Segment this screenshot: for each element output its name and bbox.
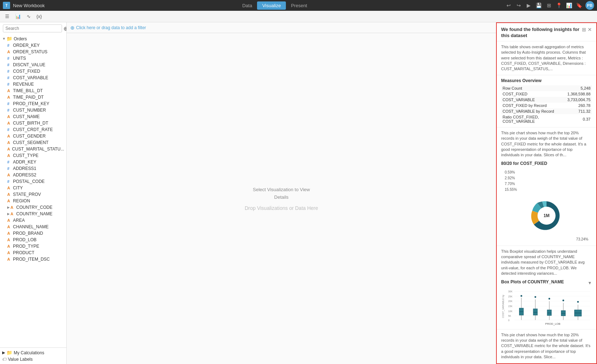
text-icon: A — [7, 251, 12, 255]
grid-icon[interactable]: ⊞ — [545, 1, 553, 9]
filter-bar[interactable]: ⊕ Click here or drag data to add a filte… — [67, 22, 496, 33]
insights-description: This table shows overall aggregation of … — [497, 41, 596, 75]
item-label: PROD_LOB — [13, 237, 36, 242]
map-pin-icon[interactable]: 📍 — [555, 1, 563, 9]
top-bar-right: ↩ ↪ ▶ 💾 ⊞ 📍 📊 🔖 PB — [505, 1, 594, 10]
play-icon[interactable]: ▶ — [525, 1, 533, 9]
list-item[interactable]: #COST_VARIABLE — [0, 75, 66, 81]
add-icon[interactable]: ⊕ — [63, 25, 67, 32]
list-item[interactable]: #POSTAL_CODE — [0, 178, 66, 185]
item-label: POSTAL_CODE — [13, 179, 45, 184]
boxplot-outlier — [535, 296, 536, 298]
text-icon: A — [7, 140, 12, 145]
nav-present[interactable]: Present — [286, 1, 312, 10]
filter-text: Click here or drag data to add a filter — [76, 25, 146, 30]
item-label: ADDR_KEY — [13, 159, 36, 165]
boxplot-section: This Boxplot visualization helps underst… — [497, 246, 596, 329]
text-icon: A — [7, 192, 12, 197]
save-icon[interactable]: 💾 — [535, 1, 543, 9]
list-item[interactable]: ▶ ACOUNTRY_CODE — [0, 204, 66, 211]
my-calculations-item[interactable]: ▶ 📁 My Calculations — [0, 349, 66, 356]
formula-button[interactable]: {x} — [34, 13, 44, 20]
hash-icon: # — [7, 108, 12, 112]
close-panel-icon[interactable]: ✕ — [588, 27, 592, 32]
item-label: DISCNT_VALUE — [13, 62, 45, 67]
item-label: COUNTRY_NAME — [16, 211, 52, 216]
nav-visualize[interactable]: Visualize — [257, 1, 286, 10]
grid-options-icon[interactable]: ⊞ — [582, 27, 586, 32]
list-item[interactable]: ACHANNEL_NAME — [0, 224, 66, 230]
bookmark-icon[interactable]: 🔖 — [575, 1, 583, 9]
list-item[interactable]: ACUST_SEGMENT — [0, 139, 66, 146]
list-item[interactable]: AREGION — [0, 198, 66, 204]
search-input[interactable] — [3, 24, 62, 32]
value-labels-item[interactable]: 🏷 Value Labels — [0, 356, 66, 363]
sidebar-tree: ▼ 📁 Orders #ORDER_KEY AORDER_STATUS #UNI… — [0, 35, 66, 347]
row-value: 5,248 — [566, 85, 592, 91]
hash-icon: # — [7, 102, 12, 106]
list-item[interactable]: ATIME_BILL_DT — [0, 87, 66, 94]
chart-type-button[interactable]: 📊 — [13, 13, 23, 20]
row-label: COST_VARIABLE by Record — [501, 108, 566, 114]
boxplot-header: Box Plots of COUNTRY_NAME ▼ — [501, 279, 592, 287]
measures-overview-section: Measures Overview Row Count5,248 COST_FI… — [497, 75, 596, 127]
list-item[interactable]: APRODUCT — [0, 250, 66, 256]
chart-icon[interactable]: 📊 — [565, 1, 573, 9]
list-item[interactable]: #DISCNT_VALUE — [0, 62, 66, 68]
list-item[interactable]: ACITY — [0, 185, 66, 191]
list-item[interactable]: #COST_FIXED — [0, 68, 66, 75]
boxplot-chart: COST_VARIABLE by 30K 25K 20K 15K 10K 5K … — [501, 287, 592, 326]
item-label: CHANNEL_NAME — [13, 224, 49, 229]
nav-data[interactable]: Data — [237, 1, 257, 10]
boxplot-dropdown-icon[interactable]: ▼ — [588, 280, 592, 286]
text-icon: A — [7, 50, 12, 54]
table-row: COST_FIXED by Record260.78 — [501, 103, 592, 108]
toolbar: ☰ 📊 ∿ {x} — [0, 11, 597, 22]
list-item[interactable]: APROD_ITEM_DSC — [0, 256, 66, 262]
list-item[interactable]: ACUST_MARITAL_STATU... — [0, 146, 66, 152]
redo-icon[interactable]: ↪ — [515, 1, 523, 9]
list-item[interactable]: AAREA — [0, 217, 66, 224]
text-icon: A — [7, 147, 10, 151]
list-item[interactable]: #ADDR_KEY — [0, 159, 66, 165]
y-tick: 10K — [508, 310, 513, 312]
insights-header: We found the following insights for this… — [497, 23, 596, 41]
list-item[interactable]: ACUST_NAME — [0, 113, 66, 120]
item-label: TIME_BILL_DT — [13, 88, 43, 93]
main-layout: ⊕ ▼ 📁 Orders #ORDER_KEY AORDER_STATUS #U… — [0, 22, 597, 364]
list-item[interactable]: ▶ ACOUNTRY_NAME — [0, 211, 66, 217]
folder-orders[interactable]: ▼ 📁 Orders — [0, 35, 66, 42]
list-item[interactable]: #PROD_ITEM_KEY — [0, 100, 66, 107]
undo-icon[interactable]: ↩ — [505, 1, 513, 9]
list-item[interactable]: #CUST_CRDT_RATE — [0, 126, 66, 133]
list-item[interactable]: #ORDER_KEY — [0, 42, 66, 49]
text-icon: A — [7, 218, 12, 223]
list-item[interactable]: #ADDRESS1 — [0, 165, 66, 172]
menu-button[interactable]: ☰ — [3, 13, 12, 20]
list-item[interactable]: ACUST_TYPE — [0, 152, 66, 159]
cost-variable-title: 80/20 for COST_VARIABLE — [501, 363, 592, 364]
item-label: CUST_TYPE — [13, 153, 39, 158]
user-avatar[interactable]: PB — [585, 1, 594, 10]
text-icon: A — [7, 121, 12, 125]
expand-icon: ▼ — [2, 37, 6, 41]
list-item[interactable]: AADDRESS2 — [0, 172, 66, 178]
list-item[interactable]: ASTATE_PROV — [0, 191, 66, 198]
text-icon: A — [7, 89, 12, 93]
list-item[interactable]: AORDER_STATUS — [0, 49, 66, 55]
y-tick: 15K — [508, 305, 513, 307]
list-item[interactable]: #CUST_NUMBER — [0, 107, 66, 113]
list-item[interactable]: ACUST_GENDER — [0, 133, 66, 139]
cost-variable-desc: This pie chart shows how much the top 20… — [501, 332, 592, 360]
list-item[interactable]: ACUST_BIRTH_DT — [0, 120, 66, 126]
list-item[interactable]: ATIME_PAID_DT — [0, 94, 66, 100]
pie-center-text: 1M — [544, 213, 550, 218]
list-item[interactable]: #UNITS — [0, 55, 66, 62]
hash-icon: # — [7, 127, 12, 132]
item-label: PROD_TYPE — [13, 244, 39, 249]
list-item[interactable]: APROD_LOB — [0, 237, 66, 243]
list-item[interactable]: #REVENUE — [0, 81, 66, 87]
list-item[interactable]: APROD_TYPE — [0, 243, 66, 250]
list-item[interactable]: APROD_BRAND — [0, 230, 66, 237]
trendline-button[interactable]: ∿ — [25, 13, 33, 20]
